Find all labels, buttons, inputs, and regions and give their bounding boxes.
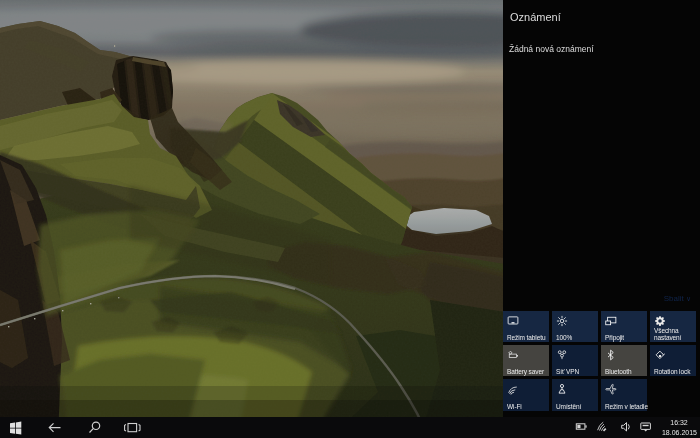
svg-text:16:32: 16:32 xyxy=(670,419,688,426)
svg-text:18.06.2015: 18.06.2015 xyxy=(662,429,697,436)
